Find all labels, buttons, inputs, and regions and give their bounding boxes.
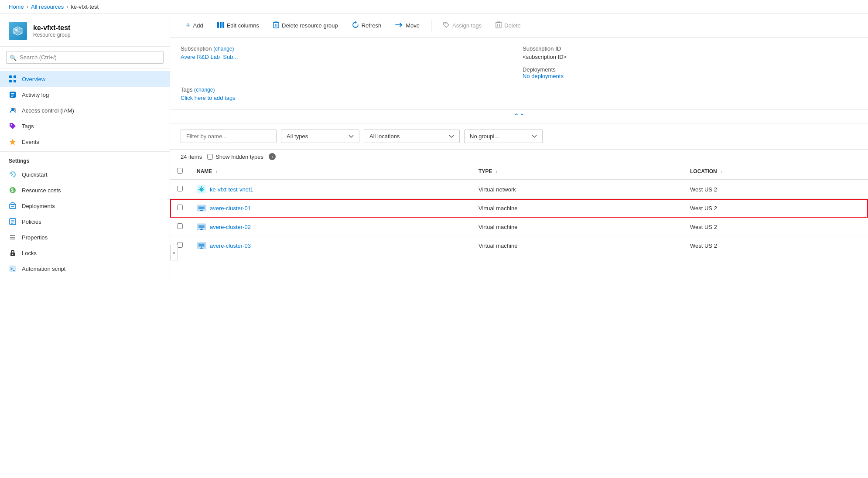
- svg-point-11: [14, 108, 16, 110]
- location-sort-icon[interactable]: ↕: [720, 169, 722, 174]
- svg-rect-9: [11, 96, 13, 97]
- breadcrumb-all-resources[interactable]: All resources: [31, 3, 64, 10]
- select-all-checkbox[interactable]: [177, 168, 183, 174]
- breadcrumb-sep-2: ›: [66, 3, 68, 10]
- sidebar: ke-vfxt-test Resource group 🔍: [0, 14, 170, 279]
- resource-location-cell: West US 2: [683, 199, 868, 218]
- settings-section-title: Settings: [0, 151, 170, 167]
- add-button[interactable]: + Add: [181, 18, 208, 33]
- location-header[interactable]: LOCATION ↕: [683, 164, 868, 180]
- vnet-icon: [197, 184, 206, 194]
- locks-icon: [9, 249, 17, 257]
- resource-name-link[interactable]: ke-vfxt-test-vnet1: [210, 186, 253, 193]
- sidebar-item-automation-script[interactable]: Automation script: [0, 261, 170, 277]
- collapse-info-button[interactable]: ⌃⌃: [170, 109, 868, 123]
- breadcrumb-current: ke-vfxt-test: [71, 3, 99, 10]
- resource-name-link[interactable]: avere-cluster-03: [210, 242, 251, 249]
- deployments-icon: [9, 202, 17, 210]
- tags-value[interactable]: Click here to add tags: [181, 95, 516, 101]
- svg-text:$: $: [11, 188, 14, 193]
- search-input[interactable]: [6, 51, 164, 64]
- sidebar-item-access-control[interactable]: Access control (IAM): [0, 102, 170, 118]
- resource-name-link[interactable]: avere-cluster-02: [210, 224, 251, 230]
- move-button[interactable]: Move: [390, 19, 425, 32]
- no-grouping-select[interactable]: No groupi...: [464, 130, 543, 143]
- sidebar-item-tags[interactable]: Tags: [0, 118, 170, 134]
- svg-rect-4: [9, 80, 12, 82]
- svg-point-27: [12, 254, 14, 255]
- sidebar-item-access-control-label: Access control (IAM): [22, 107, 74, 114]
- activity-log-icon: [9, 91, 17, 99]
- events-icon: [9, 138, 17, 146]
- edit-columns-icon: [217, 22, 224, 29]
- svg-rect-31: [222, 22, 224, 28]
- subscription-value[interactable]: Avere R&D Lab_Sub...: [181, 54, 516, 60]
- name-sort-icon[interactable]: ↕: [215, 169, 218, 174]
- sidebar-nav: Overview Activity log: [0, 68, 170, 279]
- properties-icon: [9, 233, 17, 241]
- resource-type-cell: Virtual machine: [472, 236, 683, 255]
- breadcrumb: Home › All resources › ke-vfxt-test: [0, 0, 868, 14]
- delete-resource-group-button[interactable]: Delete resource group: [268, 19, 343, 32]
- overview-icon: [9, 75, 17, 83]
- row-checkbox-0[interactable]: [177, 186, 183, 191]
- deployments-value[interactable]: No deployments: [523, 73, 564, 79]
- name-header[interactable]: NAME ↕: [190, 164, 472, 180]
- assign-tags-button[interactable]: Assign tags: [437, 19, 487, 32]
- show-hidden-types-checkbox[interactable]: [207, 154, 213, 160]
- table-row: ke-vfxt-test-vnet1Virtual networkWest US…: [170, 180, 868, 199]
- sidebar-item-overview[interactable]: Overview: [0, 71, 170, 87]
- svg-rect-47: [199, 207, 204, 209]
- type-header[interactable]: TYPE ↕: [472, 164, 683, 180]
- vm-icon: [197, 241, 206, 250]
- all-types-select[interactable]: All types: [281, 130, 359, 143]
- row-checkbox-2[interactable]: [177, 223, 183, 229]
- show-hidden-types-label: Show hidden types: [215, 154, 263, 160]
- sidebar-collapse-button[interactable]: «: [170, 245, 178, 260]
- svg-rect-3: [14, 75, 16, 78]
- assign-tags-icon: [443, 21, 450, 30]
- sidebar-item-locks[interactable]: Locks: [0, 245, 170, 261]
- svg-rect-7: [11, 93, 14, 94]
- show-hidden-types-checkbox-wrap[interactable]: Show hidden types: [207, 154, 263, 160]
- info-icon[interactable]: i: [269, 153, 276, 160]
- breadcrumb-home[interactable]: Home: [9, 3, 24, 10]
- sidebar-item-activity-log[interactable]: Activity log: [0, 87, 170, 102]
- resource-type-cell: Virtual network: [472, 180, 683, 199]
- sidebar-item-quickstart[interactable]: Quickstart: [0, 167, 170, 182]
- vm-icon: [197, 222, 206, 232]
- toolbar: + Add Edit columns: [170, 14, 868, 38]
- chevron-up-icon: ⌃⌃: [513, 112, 525, 120]
- table-row: avere-cluster-01Virtual machineWest US 2: [170, 199, 868, 218]
- sidebar-subtitle: Resource group: [33, 32, 70, 38]
- sidebar-item-events[interactable]: Events: [0, 134, 170, 150]
- sidebar-item-resource-costs[interactable]: $ Resource costs: [0, 182, 170, 198]
- filter-bar: All types All locations No groupi...: [170, 123, 868, 150]
- row-checkbox-1[interactable]: [177, 205, 183, 210]
- delete-button[interactable]: Delete: [490, 19, 526, 32]
- edit-columns-button[interactable]: Edit columns: [212, 19, 264, 32]
- search-icon: 🔍: [10, 54, 17, 61]
- svg-rect-8: [11, 95, 14, 96]
- sidebar-item-deployments[interactable]: Deployments: [0, 198, 170, 214]
- filter-name-input[interactable]: [181, 130, 277, 143]
- subscription-id-label: Subscription ID: [523, 45, 858, 52]
- sidebar-item-automation-script-label: Automation script: [22, 266, 65, 272]
- sidebar-item-properties[interactable]: Properties: [0, 229, 170, 245]
- subscription-id-value: <subscription ID>: [523, 54, 858, 60]
- all-locations-select[interactable]: All locations: [364, 130, 460, 143]
- resource-location-cell: West US 2: [683, 236, 868, 255]
- table-row: avere-cluster-03Virtual machineWest US 2: [170, 236, 868, 255]
- tags-change-link[interactable]: (change): [194, 87, 215, 93]
- tags-icon: [9, 122, 17, 130]
- resource-location-cell: West US 2: [683, 180, 868, 199]
- svg-rect-17: [11, 203, 14, 205]
- type-sort-icon[interactable]: ↕: [496, 169, 498, 174]
- resource-name-link[interactable]: avere-cluster-01: [210, 205, 251, 212]
- svg-point-10: [11, 108, 14, 110]
- refresh-button[interactable]: Refresh: [347, 19, 387, 32]
- sidebar-item-tags-label: Tags: [22, 123, 34, 130]
- sidebar-item-policies[interactable]: Policies: [0, 214, 170, 229]
- subscription-change-link[interactable]: (change): [213, 46, 234, 52]
- svg-point-36: [444, 23, 445, 24]
